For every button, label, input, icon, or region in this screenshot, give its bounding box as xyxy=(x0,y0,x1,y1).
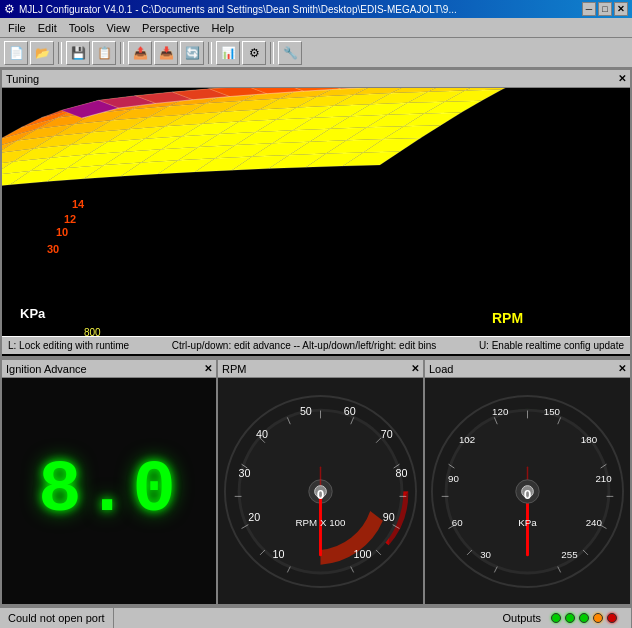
port-status: Could not open port xyxy=(8,612,105,624)
svg-text:210: 210 xyxy=(595,472,612,483)
svg-text:30: 30 xyxy=(480,548,491,559)
maximize-button[interactable]: □ xyxy=(598,2,612,16)
tuning-panel: Tuning ✕ L: Lock editing with runtime Ct… xyxy=(0,68,632,358)
svg-text:80: 80 xyxy=(395,466,407,478)
menu-tools[interactable]: Tools xyxy=(63,20,101,36)
load-panel: Load ✕ xyxy=(425,358,632,606)
toolbar-download[interactable]: 📥 xyxy=(154,41,178,65)
svg-text:70: 70 xyxy=(381,427,393,439)
load-close[interactable]: ✕ xyxy=(618,363,626,374)
title-bar: ⚙ MJLJ Configurator V4.0.1 - C:\Document… xyxy=(0,0,632,18)
svg-text:RPM X 100: RPM X 100 xyxy=(296,516,346,527)
load-gauge-container: 0 KPa 30 60 90 102 120 150 180 210 240 2… xyxy=(425,378,630,604)
status-right: U: Enable realtime config update xyxy=(479,340,624,351)
toolbar-sep2 xyxy=(120,42,124,64)
rpm-gauge-container: 10 20 30 40 50 60 70 80 90 100 0 RPM X 1… xyxy=(218,378,423,604)
port-status-segment: Could not open port xyxy=(0,608,114,628)
svg-text:255: 255 xyxy=(561,548,578,559)
led-1 xyxy=(551,613,561,623)
svg-text:102: 102 xyxy=(459,433,475,444)
tuning-close[interactable]: ✕ xyxy=(618,73,626,84)
toolbar-settings[interactable]: ⚙ xyxy=(242,41,266,65)
svg-text:KPa: KPa xyxy=(518,516,537,527)
svg-text:0: 0 xyxy=(317,487,325,502)
status-middle: Ctrl-up/down: edit advance -- Alt-up/dow… xyxy=(172,340,437,351)
ignition-close[interactable]: ✕ xyxy=(204,363,212,374)
output-indicators xyxy=(545,613,623,623)
svg-text:40: 40 xyxy=(256,427,268,439)
load-title: Load ✕ xyxy=(425,360,630,378)
ignition-value: 8.0 xyxy=(38,450,180,532)
bottom-status-bar: Could not open port Outputs xyxy=(0,606,632,628)
rpm-close[interactable]: ✕ xyxy=(411,363,419,374)
rpm-gauge: 10 20 30 40 50 60 70 80 90 100 0 RPM X 1… xyxy=(223,394,418,589)
rpm-title: RPM ✕ xyxy=(218,360,423,378)
toolbar-save[interactable]: 💾 xyxy=(66,41,90,65)
svg-text:150: 150 xyxy=(544,406,561,417)
surface-chart[interactable] xyxy=(2,88,630,336)
status-left: L: Lock editing with runtime xyxy=(8,340,129,351)
svg-text:180: 180 xyxy=(581,433,598,444)
toolbar-sep3 xyxy=(208,42,212,64)
main-content: Tuning ✕ L: Lock editing with runtime Ct… xyxy=(0,68,632,628)
title-text: MJLJ Configurator V4.0.1 - C:\Documents … xyxy=(19,4,457,15)
ignition-title: Ignition Advance ✕ xyxy=(2,360,216,378)
rpm-panel: RPM ✕ xyxy=(218,358,425,606)
toolbar-wrench[interactable]: 🔧 xyxy=(278,41,302,65)
toolbar-upload[interactable]: 📤 xyxy=(128,41,152,65)
menu-perspective[interactable]: Perspective xyxy=(136,20,205,36)
menu-view[interactable]: View xyxy=(100,20,136,36)
bottom-panels: Ignition Advance ✕ 8.0 RPM ✕ xyxy=(0,358,632,606)
menu-help[interactable]: Help xyxy=(206,20,241,36)
chart-area[interactable] xyxy=(2,88,630,336)
toolbar: 📄 📂 💾 📋 📤 📥 🔄 📊 ⚙ 🔧 xyxy=(0,38,632,68)
menu-file[interactable]: File xyxy=(2,20,32,36)
svg-text:120: 120 xyxy=(492,406,509,417)
svg-text:90: 90 xyxy=(383,510,395,522)
toolbar-sep4 xyxy=(270,42,274,64)
svg-text:10: 10 xyxy=(273,547,285,559)
svg-text:30: 30 xyxy=(238,466,250,478)
menu-bar: File Edit Tools View Perspective Help xyxy=(0,18,632,38)
svg-text:60: 60 xyxy=(344,405,356,417)
toolbar-chart[interactable]: 📊 xyxy=(216,41,240,65)
outputs-label: Outputs xyxy=(502,612,541,624)
svg-text:240: 240 xyxy=(586,516,603,527)
led-4 xyxy=(593,613,603,623)
toolbar-save2[interactable]: 📋 xyxy=(92,41,116,65)
svg-text:50: 50 xyxy=(300,405,312,417)
status-bar: L: Lock editing with runtime Ctrl-up/dow… xyxy=(2,336,630,354)
led-2 xyxy=(565,613,575,623)
toolbar-open[interactable]: 📂 xyxy=(30,41,54,65)
toolbar-refresh[interactable]: 🔄 xyxy=(180,41,204,65)
led-3 xyxy=(579,613,589,623)
close-button[interactable]: ✕ xyxy=(614,2,628,16)
svg-text:100: 100 xyxy=(353,547,371,559)
ignition-panel: Ignition Advance ✕ 8.0 xyxy=(0,358,218,606)
outputs-segment: Outputs xyxy=(494,608,632,628)
load-gauge: 0 KPa 30 60 90 102 120 150 180 210 240 2… xyxy=(430,394,625,589)
toolbar-sep1 xyxy=(58,42,62,64)
tuning-panel-title: Tuning ✕ xyxy=(2,70,630,88)
svg-text:0: 0 xyxy=(524,487,532,502)
svg-text:90: 90 xyxy=(448,472,459,483)
menu-edit[interactable]: Edit xyxy=(32,20,63,36)
minimize-button[interactable]: ─ xyxy=(582,2,596,16)
app-icon: ⚙ xyxy=(4,2,15,16)
svg-text:20: 20 xyxy=(248,510,260,522)
led-5 xyxy=(607,613,617,623)
toolbar-new[interactable]: 📄 xyxy=(4,41,28,65)
ignition-display: 8.0 xyxy=(2,378,216,604)
